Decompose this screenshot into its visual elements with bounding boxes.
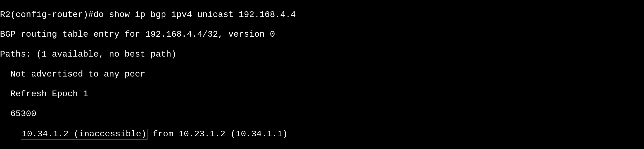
command-line: R2(config-router)#do show ip bgp ipv4 un…	[0, 10, 644, 20]
paths-summary: Paths: (1 available, no best path)	[0, 50, 644, 60]
next-hop-from: from 10.23.1.2 (10.34.1.1)	[148, 129, 288, 139]
next-hop-line: 10.34.1.2 (inaccessible) from 10.23.1.2 …	[0, 129, 644, 140]
cli-command: do show ip bgp ipv4 unicast 192.168.4.4	[94, 10, 296, 20]
cli-prompt: R2(config-router)#	[0, 10, 94, 20]
advertise-status: Not advertised to any peer	[0, 70, 644, 79]
as-path: 65300	[0, 109, 644, 119]
bgp-entry-header: BGP routing table entry for 192.168.4.4/…	[0, 30, 644, 40]
refresh-epoch: Refresh Epoch 1	[0, 89, 644, 99]
next-hop-inaccessible-highlight: 10.34.1.2 (inaccessible)	[21, 129, 148, 140]
terminal-output: R2(config-router)#do show ip bgp ipv4 un…	[0, 0, 644, 149]
